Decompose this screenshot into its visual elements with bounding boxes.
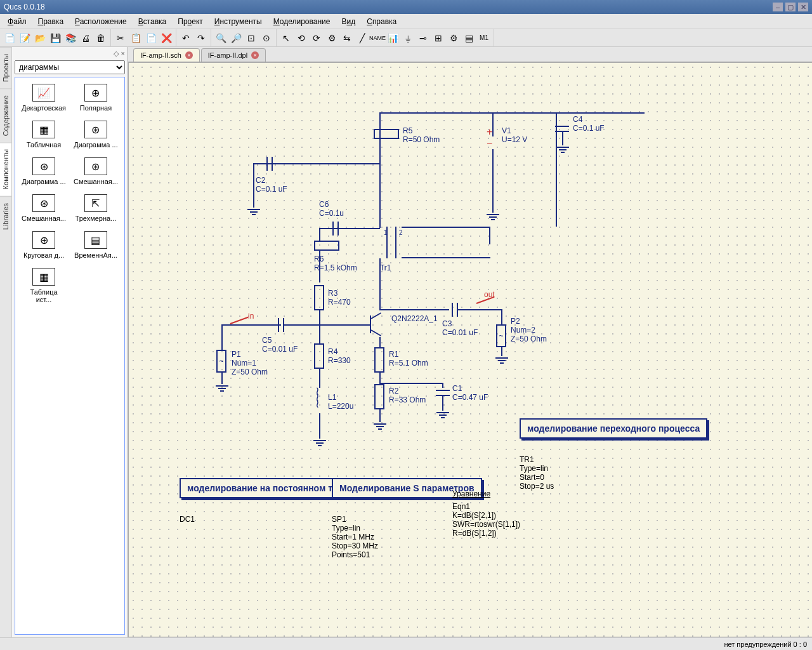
pal-tabular[interactable]: ▦Табличная [19, 118, 69, 151]
label-P2: P2 Num=2 Z=50 Ohm [511, 317, 547, 343]
menu-tools[interactable]: Инструменты [209, 15, 267, 28]
editor-icon[interactable]: 📝 [18, 31, 32, 45]
toolbar: 📄 📝 📂 💾 📚 🖨 🗑 ✂ 📋 📄 ❌ ↶ ↷ 🔍 🔎 ⊡ ⊙ ↖ ⟲ ⟳ … [0, 29, 812, 47]
save-icon[interactable]: 💾 [48, 31, 62, 45]
label-V1: V1 U=12 V [502, 126, 527, 144]
schematic-canvas[interactable]: R5 R=50 Ohm C4 C=0.1 uF +− V1 U=12 V C2 … [129, 63, 812, 637]
pal-cartesian[interactable]: 📈Декартовская [19, 81, 69, 114]
menu-edit[interactable]: Правка [33, 15, 69, 28]
open-icon[interactable]: 📂 [33, 31, 47, 45]
tab-sch[interactable]: IF-amp-II.sch× [133, 48, 200, 62]
delete-icon[interactable]: 🗑 [94, 31, 108, 45]
pal-polar[interactable]: ⊕Полярная [71, 81, 121, 114]
component-R1[interactable] [374, 347, 384, 373]
print-icon[interactable]: 🖨 [79, 31, 93, 45]
component-Q1[interactable] [367, 310, 386, 338]
sidetab-libraries[interactable]: Libraries [0, 196, 11, 236]
pal-diagram1[interactable]: ⊛Диаграмма ... [71, 118, 121, 151]
zoomfit-icon[interactable]: ⊡ [244, 31, 258, 45]
sim-dc[interactable]: моделирование на постоянном токе [180, 478, 355, 498]
document-tabs: IF-amp-II.sch× IF-amp-II.dpl× [128, 47, 812, 62]
pal-diagram2[interactable]: ⊛Диаграмма ... [19, 155, 69, 188]
label-C2: C2 C=0.1 uF [256, 176, 287, 194]
subcircuit-icon[interactable]: ⊞ [431, 31, 445, 45]
zoomin-icon[interactable]: 🔍 [214, 31, 228, 45]
menu-help[interactable]: Справка [362, 15, 402, 28]
equation-icon[interactable]: 📊 [386, 31, 400, 45]
wire-icon[interactable]: ╱ [355, 31, 369, 45]
close-icon[interactable]: × [251, 51, 259, 59]
simulate-icon[interactable]: ⚙ [325, 31, 339, 45]
marker-icon[interactable]: M1 [477, 31, 491, 45]
sim-tr[interactable]: моделирование переходного процесса [520, 418, 707, 439]
component-V1[interactable]: +− [487, 126, 492, 149]
sidetab-components[interactable]: Компоненты [0, 142, 11, 196]
sim-dc-name: DC1 [180, 515, 195, 524]
status-bar: нет предупреждений 0 : 0 [0, 637, 812, 650]
cut-icon[interactable]: ✂ [114, 31, 128, 45]
component-R5[interactable] [374, 129, 399, 139]
zoomout-icon[interactable]: 🔎 [229, 31, 243, 45]
paste-icon[interactable]: 📄 [144, 31, 158, 45]
component-P2[interactable]: ~ [496, 324, 506, 347]
pal-timing[interactable]: ▤ВременнАя... [71, 229, 121, 262]
component-R3[interactable] [314, 285, 324, 310]
erase-icon[interactable]: ❌ [159, 31, 173, 45]
forward-icon[interactable]: ⟳ [310, 31, 324, 45]
port-icon[interactable]: ⊸ [416, 31, 430, 45]
component-R4[interactable] [314, 343, 324, 369]
component-C6[interactable] [331, 222, 341, 235]
minimize-button[interactable]: – [773, 3, 783, 11]
side-panel: ◇× диаграммы 📈Декартовская ⊕Полярная ▦Та… [12, 47, 128, 637]
filter-icon[interactable]: ▤ [462, 31, 476, 45]
component-L1[interactable]: ≀≀≀ [315, 388, 324, 413]
label-R2: R2 R=33 Ohm [389, 387, 426, 404]
component-R2[interactable] [374, 384, 384, 409]
window-title: Qucs 0.0.18 [4, 3, 45, 11]
canvas-viewport[interactable]: R5 R=50 Ohm C4 C=0.1 uF +− V1 U=12 V C2 … [128, 62, 812, 637]
ground-icon [487, 213, 499, 222]
sidetab-content[interactable]: Содержание [0, 88, 11, 142]
ground-icon[interactable]: ⏚ [401, 31, 415, 45]
sidetab-projects[interactable]: Проекты [0, 47, 11, 88]
menu-view[interactable]: Вид [336, 15, 360, 28]
new-icon[interactable]: 📄 [3, 31, 16, 45]
component-P1[interactable]: ~ [216, 350, 226, 373]
toggle-icon[interactable]: ⇆ [340, 31, 354, 45]
category-dropdown[interactable]: диаграммы [15, 60, 125, 74]
menu-insert[interactable]: Вставка [133, 15, 172, 28]
component-palette: 📈Декартовская ⊕Полярная ▦Табличная ⊛Диаг… [15, 77, 125, 635]
menu-project[interactable]: Проект [173, 15, 208, 28]
label-C5: C5 C=0.01 uF [262, 336, 298, 354]
pal-mixed1[interactable]: ⊛Смешанная... [71, 155, 121, 188]
undo-icon[interactable]: ↶ [179, 31, 193, 45]
menu-layout[interactable]: Расположение [70, 15, 132, 28]
back-icon[interactable]: ⟲ [294, 31, 308, 45]
zoom100-icon[interactable]: ⊙ [259, 31, 273, 45]
pointer-icon[interactable]: ↖ [279, 31, 293, 45]
menu-simulation[interactable]: Моделирование [268, 15, 336, 28]
dock-close-icon[interactable]: × [121, 50, 125, 58]
redo-icon[interactable]: ↷ [194, 31, 208, 45]
pal-3d[interactable]: ⇱Трехмерна... [71, 192, 121, 225]
label-P1: P1 Num=1 Z=50 Ohm [232, 350, 268, 376]
status-text: нет предупреждений 0 : 0 [724, 640, 807, 648]
component-C2[interactable] [265, 157, 275, 171]
maximize-button[interactable]: ▢ [785, 3, 796, 11]
dock-float-icon[interactable]: ◇ [114, 50, 119, 58]
saveall-icon[interactable]: 📚 [63, 31, 77, 45]
close-icon[interactable]: × [185, 51, 193, 59]
label-Q1: Q2N2222A_1 [391, 314, 438, 323]
pal-truthtable[interactable]: ▦Таблица ист... [19, 265, 69, 306]
menu-file[interactable]: Файл [3, 15, 32, 28]
component-Tr1[interactable]: 1 2 [380, 227, 418, 258]
close-button[interactable]: ✕ [798, 3, 808, 11]
component-R6[interactable] [314, 241, 339, 251]
ground-icon [313, 439, 326, 448]
label-icon[interactable]: NAME [370, 31, 384, 45]
pal-smith[interactable]: ⊕Круговая д... [19, 229, 69, 262]
copy-icon[interactable]: 📋 [129, 31, 143, 45]
settings-icon[interactable]: ⚙ [447, 31, 461, 45]
pal-mixed2[interactable]: ⊛Смешанная... [19, 192, 69, 225]
tab-dpl[interactable]: IF-amp-II.dpl× [201, 48, 266, 62]
